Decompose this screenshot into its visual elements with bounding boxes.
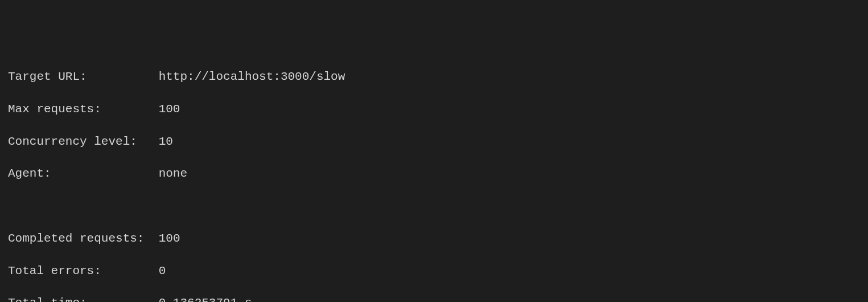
- config-target-url: Target URL: http://localhost:3000/slow: [8, 69, 868, 85]
- label: Completed requests:: [8, 232, 144, 245]
- label: Max requests:: [8, 103, 101, 116]
- blank-line: [8, 198, 868, 214]
- value: 0: [159, 264, 166, 277]
- value: 100: [159, 103, 180, 116]
- result-completed: Completed requests: 100: [8, 231, 868, 247]
- value: none: [159, 167, 187, 180]
- label: Target URL:: [8, 70, 87, 83]
- result-total-time: Total time: 0.136253791 s: [8, 295, 868, 302]
- label: Total errors:: [8, 264, 101, 277]
- value: http://localhost:3000/slow: [159, 70, 345, 83]
- label: Agent:: [8, 167, 51, 180]
- config-agent: Agent: none: [8, 166, 868, 182]
- label: Total time:: [8, 296, 87, 302]
- result-errors: Total errors: 0: [8, 263, 868, 279]
- config-max-requests: Max requests: 100: [8, 101, 868, 117]
- label: Concurrency level:: [8, 135, 137, 148]
- config-concurrency: Concurrency level: 10: [8, 134, 868, 150]
- value: 100: [159, 232, 180, 245]
- value: 0.136253791 s: [159, 296, 252, 302]
- value: 10: [159, 135, 173, 148]
